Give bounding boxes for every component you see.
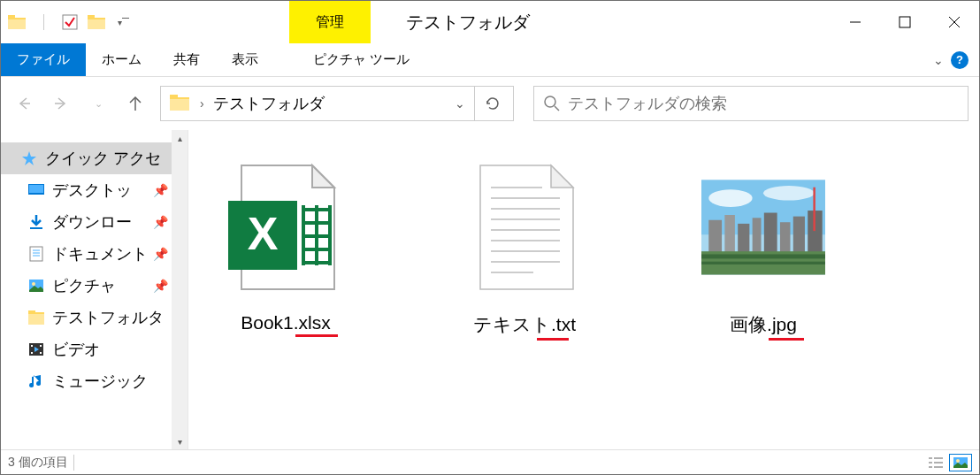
sidebar-label: ピクチャ	[52, 275, 116, 296]
svg-rect-2	[8, 19, 26, 29]
qat-dropdown-icon[interactable]: ▾	[112, 11, 134, 33]
ribbon-expand-icon[interactable]: ⌄	[933, 53, 944, 67]
divider-icon	[33, 11, 54, 33]
address-bar[interactable]: › テストフォルダ ⌄	[160, 86, 514, 121]
up-button[interactable]	[123, 91, 148, 116]
sidebar-item-downloads[interactable]: ダウンロー 📌	[1, 206, 188, 238]
window-title: テストフォルダ	[371, 11, 530, 34]
sidebar-label: デスクトッ	[52, 180, 132, 201]
sidebar-item-music[interactable]: ミュージック	[1, 365, 188, 397]
scroll-up-icon[interactable]: ▴	[172, 130, 188, 146]
music-icon	[27, 372, 45, 390]
address-dropdown-icon[interactable]: ⌄	[446, 96, 474, 111]
svg-point-57	[708, 189, 752, 207]
image-thumbnail	[701, 157, 825, 298]
recent-dropdown[interactable]: ⌄	[86, 91, 111, 116]
sidebar-item-quick-access[interactable]: クイック アクセ	[1, 142, 188, 174]
text-file-icon	[463, 157, 586, 298]
file-item-txt[interactable]: テキスト.txt	[445, 157, 604, 337]
thumbnails-view-button[interactable]	[949, 454, 972, 471]
pin-icon: 📌	[153, 279, 168, 293]
window-controls	[831, 1, 979, 43]
help-icon[interactable]: ?	[951, 51, 969, 69]
svg-rect-65	[793, 217, 805, 257]
svg-line-18	[555, 106, 559, 111]
folder-small-icon[interactable]	[6, 11, 27, 33]
svg-rect-20	[29, 185, 43, 193]
checkbox-icon[interactable]	[59, 11, 80, 33]
sidebar-item-pictures[interactable]: ピクチャ 📌	[1, 270, 188, 302]
svg-text:X: X	[248, 208, 279, 259]
star-icon	[20, 149, 38, 167]
status-bar: 3 個の項目	[1, 449, 979, 474]
sidebar-item-videos[interactable]: ビデオ	[1, 333, 188, 365]
sidebar-label: ビデオ	[52, 339, 100, 360]
address-path[interactable]: テストフォルダ	[208, 93, 446, 114]
svg-rect-69	[701, 254, 825, 258]
svg-rect-33	[31, 352, 33, 354]
refresh-button[interactable]	[474, 86, 509, 121]
svg-point-58	[763, 186, 815, 200]
view-tab[interactable]: 表示	[216, 43, 274, 76]
picture-icon	[27, 277, 45, 295]
status-divider	[73, 455, 74, 471]
sidebar-item-documents[interactable]: ドキュメント 📌	[1, 238, 188, 270]
view-switcher	[924, 454, 972, 471]
svg-point-27	[32, 282, 35, 286]
svg-rect-32	[31, 345, 33, 347]
pin-icon: 📌	[153, 183, 168, 197]
sidebar-item-desktop[interactable]: デスクトッ 📌	[1, 174, 188, 206]
excel-file-icon: X	[224, 157, 348, 298]
video-icon	[27, 341, 45, 358]
picture-tools-tab[interactable]: ピクチャ ツール	[297, 43, 425, 76]
pin-icon: 📌	[153, 215, 168, 229]
svg-rect-59	[708, 220, 722, 257]
sidebar-scrollbar[interactable]: ▴ ▾	[172, 130, 188, 449]
svg-rect-62	[753, 218, 762, 257]
share-tab[interactable]: 共有	[157, 43, 216, 76]
svg-rect-35	[40, 352, 42, 354]
close-button[interactable]	[930, 1, 979, 43]
svg-rect-16	[170, 99, 189, 111]
svg-rect-5	[88, 15, 95, 19]
details-view-button[interactable]	[924, 454, 947, 471]
search-box[interactable]	[533, 86, 969, 121]
svg-rect-34	[40, 345, 42, 347]
svg-rect-29	[28, 310, 35, 314]
svg-rect-15	[170, 95, 178, 99]
minimize-button[interactable]	[831, 1, 880, 43]
file-name: 画像.jpg	[730, 312, 797, 337]
sidebar-label: ドキュメント	[52, 243, 148, 264]
file-item-jpg[interactable]: 画像.jpg	[684, 157, 843, 337]
svg-point-17	[545, 96, 555, 107]
address-folder-icon	[170, 95, 191, 113]
forward-button[interactable]	[49, 91, 73, 116]
folder-small-icon-2[interactable]	[86, 11, 107, 33]
address-chevron-icon[interactable]: ›	[196, 96, 208, 111]
svg-rect-70	[701, 262, 825, 264]
sidebar-item-test-folder[interactable]: テストフォルタ	[1, 302, 188, 333]
item-count: 3 個の項目	[8, 455, 68, 471]
svg-rect-63	[764, 213, 777, 257]
svg-point-78	[956, 459, 960, 463]
sidebar-label: ミュージック	[52, 371, 148, 392]
ribbon-right-controls: ⌄ ?	[933, 43, 979, 76]
sidebar-label: テストフォルタ	[52, 307, 164, 328]
ribbon-tabs: ファイル ホーム 共有 表示 ピクチャ ツール ⌄ ?	[1, 43, 979, 77]
quick-access-toolbar: ▾	[1, 11, 139, 33]
home-tab[interactable]: ホーム	[86, 43, 157, 76]
svg-rect-22	[30, 247, 42, 261]
back-button[interactable]	[11, 91, 36, 116]
manage-tab-header: 管理	[289, 1, 371, 43]
maximize-button[interactable]	[880, 1, 930, 43]
scroll-down-icon[interactable]: ▾	[172, 433, 188, 449]
file-item-xlsx[interactable]: X Book1.xlsx	[206, 157, 365, 333]
svg-rect-6	[88, 19, 105, 29]
svg-rect-60	[724, 215, 735, 257]
file-tab[interactable]: ファイル	[1, 43, 86, 76]
contextual-tab-group: 管理	[289, 1, 371, 43]
files-pane[interactable]: X Book1.xlsx	[188, 130, 979, 449]
navigation-pane: クイック アクセ デスクトッ 📌 ダウンロー 📌 ドキュメント 📌 ピクチャ 📌	[1, 130, 188, 449]
search-input[interactable]	[568, 95, 959, 113]
download-icon	[27, 213, 45, 231]
